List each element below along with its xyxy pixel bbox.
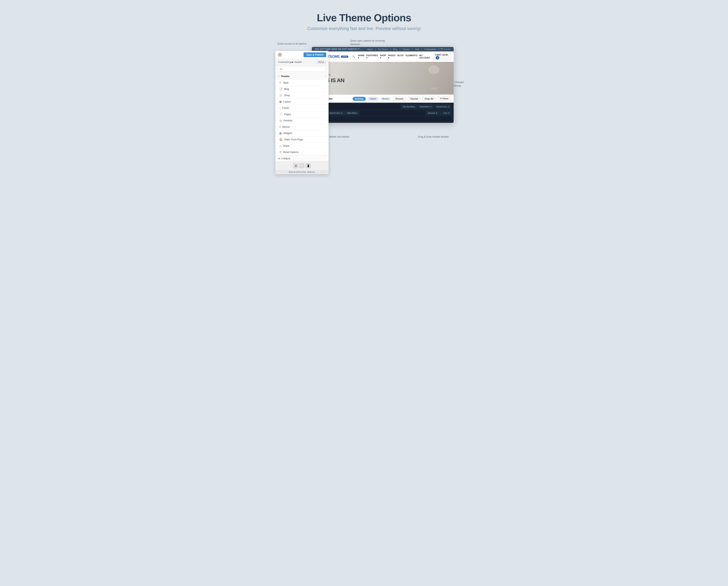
widgets-item[interactable]: ▦Widgets› <box>276 130 329 137</box>
hb-spacer-1 <box>328 104 400 109</box>
portfolio-item[interactable]: 🗂Portfolio› <box>276 118 329 124</box>
faq-link[interactable]: FAQ <box>415 48 419 50</box>
our-stores-link[interactable]: Our Stores <box>378 48 388 50</box>
sep2: | <box>390 48 391 50</box>
my-account-link[interactable]: MY ACCOUNT <box>419 54 431 59</box>
search-icon-cell[interactable]: Search Icon ⚙ <box>328 111 344 115</box>
topbar-announcement: ADD ANYTHING HERE OR JUST REMOVE IT... <box>315 48 361 50</box>
cart-cell[interactable]: Cart ⚙ <box>441 111 452 115</box>
layout-item[interactable]: ▦Layout› <box>276 99 329 105</box>
nav-blog[interactable]: BLOG <box>397 54 404 59</box>
desktop-tab[interactable]: Desktop <box>353 97 366 101</box>
site-nav: ◆ FLATSOME LOGO 🔍 HOME ▾ FEATURES ▾ SHOP… <box>312 51 453 62</box>
pinterest-icon[interactable]: p <box>446 48 447 50</box>
site-topbar: ADD ANYTHING HERE OR JUST REMOVE IT... A… <box>312 47 453 51</box>
tutorial-button[interactable]: Tutorial <box>408 97 420 101</box>
header-builder-bar: Header Builder Desktop Tablet Mobile Pre… <box>312 95 453 103</box>
header-label: Header <box>281 75 290 78</box>
hb-spacer-2 <box>360 110 425 116</box>
sep1: | <box>375 48 375 50</box>
pages-item[interactable]: 📄Pages› <box>276 111 329 118</box>
logo-badge: LOGO <box>341 55 348 58</box>
preview-window: ADD ANYTHING HERE OR JUST REMOVE IT... A… <box>312 47 453 123</box>
sep5: | <box>421 48 422 50</box>
top-bar-menu-cell[interactable]: Top Bar Menu <box>401 105 417 109</box>
newsletter-link[interactable]: ✉ Newsletter <box>424 48 437 50</box>
desktop-device-btn[interactable]: 🖥 <box>293 163 298 168</box>
social-icons-cell[interactable]: Social Icons ⚙ <box>435 105 452 109</box>
instagram-icon[interactable]: 📷 <box>440 48 443 50</box>
nav-shop[interactable]: SHOP ▾ <box>380 54 386 59</box>
tablet-device-btn[interactable]: ⬜ <box>300 163 305 168</box>
presets-button[interactable]: Presets <box>393 97 406 101</box>
share-item[interactable]: ◁Share› <box>276 143 329 149</box>
style-item[interactable]: ✏Style› <box>276 80 329 86</box>
newsletter-cell[interactable]: Newsletter ⚙ <box>418 105 434 109</box>
tablet-tab[interactable]: Tablet <box>367 97 379 101</box>
mobile-device-btn[interactable]: 📱 <box>306 163 311 168</box>
sep3: | <box>400 48 400 50</box>
header-section[interactable]: ↑ Header › <box>276 73 329 80</box>
device-bar: 🖥 ⬜ 📱 <box>276 162 329 170</box>
nav-links: HOME ▾ FEATURES ▾ SHOP ▾ PAGES ▾ BLOG EL… <box>358 54 417 59</box>
googleplus-icon[interactable]: G+ <box>448 48 451 50</box>
hb-divider <box>440 110 441 116</box>
blog-link[interactable]: Blog <box>393 48 397 50</box>
page-title: Live Theme Options <box>317 12 411 24</box>
social-icons: f 📷 t p G+ <box>439 48 451 50</box>
twitter-icon[interactable]: t <box>444 48 445 50</box>
hb-row-extra <box>314 117 452 121</box>
facebook-icon[interactable]: f <box>439 48 439 50</box>
search-icon[interactable]: 🔍 <box>352 55 355 58</box>
collapse-button[interactable]: ⊖Collapse <box>276 155 329 162</box>
clear-all-button[interactable]: Clear All <box>422 97 436 101</box>
nav-right: MY ACCOUNT CART / £0.00 0 <box>419 53 451 60</box>
hb-spacer-3 <box>314 117 452 121</box>
hero-overlay: Shop Now THIS IS AN <box>312 62 453 94</box>
site-hero: Shop Now THIS IS AN <box>312 62 453 94</box>
background-image-label: Background Image <box>276 170 329 174</box>
topbar-links: About | Our Stores | Blog | Contact | FA… <box>367 48 451 50</box>
mobile-tab[interactable]: Mobile <box>380 97 392 101</box>
nav-home[interactable]: HOME ▾ <box>358 54 364 59</box>
page-subtitle: Customize everything fast and live. Prev… <box>307 26 421 31</box>
shop-item[interactable]: 🛒Shop› <box>276 92 329 99</box>
header-builder-grid: HTML 1 ⚙ Top Bar Menu Newsletter ⚙ Socia… <box>312 103 453 123</box>
hb-close-button[interactable]: ✕ Close <box>438 96 451 101</box>
contact-link[interactable]: Contact <box>402 48 410 50</box>
footer-item[interactable]: ↓Footer› <box>276 105 329 111</box>
nav-pages[interactable]: PAGES ▾ <box>388 54 395 59</box>
save-publish-button[interactable]: Save & Publish <box>304 52 326 57</box>
main-menu-cell[interactable]: Main Menu <box>345 111 359 115</box>
customizer-breadcrumb: Customizing ▶ Header Reset <box>276 59 329 66</box>
about-link[interactable]: About <box>367 48 372 50</box>
static-front-page-item[interactable]: 🏠Static Front Page› <box>276 137 329 143</box>
hb-row-top: HTML 1 ⚙ Top Bar Menu Newsletter ⚙ Socia… <box>314 104 452 109</box>
customizer-topbar: ✕ Save & Publish <box>276 51 329 59</box>
nav-elements[interactable]: ELEMENTS <box>406 54 417 59</box>
cart-button[interactable]: CART / £0.00 0 <box>433 53 451 60</box>
sep4: | <box>412 48 413 50</box>
customizer-panel: ✕ Save & Publish Customizing ▶ Header Re… <box>276 51 329 174</box>
reset-button[interactable]: Reset <box>316 60 326 64</box>
menus-item[interactable]: ≡Menus› <box>276 124 329 130</box>
close-button[interactable]: ✕ <box>278 53 282 57</box>
hb-row-main: LOGO ⚙ Search Icon ⚙ Main Menu Account ⚙… <box>314 110 452 116</box>
annotation-drag-drop: Drag & Drop Header Builder <box>418 135 449 139</box>
header-builder: Header Builder Desktop Tablet Mobile Pre… <box>312 94 453 123</box>
reset-options-item[interactable]: ↺Reset Options› <box>276 149 329 155</box>
customizer-search-input[interactable] <box>278 67 326 71</box>
nav-features[interactable]: FEATURES ▾ <box>366 54 378 59</box>
account-cell[interactable]: Account ⚙ <box>426 111 439 115</box>
blog-item[interactable]: 📝Blog› <box>276 86 329 92</box>
